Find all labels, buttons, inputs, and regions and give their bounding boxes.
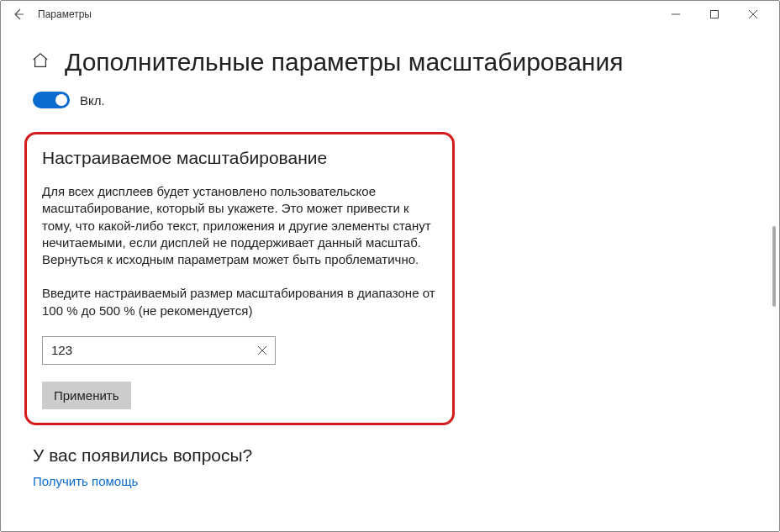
custom-scaling-section: Настраиваемое масштабирование Для всех д… (24, 132, 455, 425)
scrollbar-thumb[interactable] (772, 226, 776, 307)
content-area: Дополнительные параметры масштабирования… (1, 28, 779, 498)
toggle-knob (55, 94, 67, 106)
minimize-icon (671, 9, 681, 19)
back-button[interactable] (8, 3, 29, 25)
svg-rect-1 (711, 11, 719, 18)
get-help-link[interactable]: Получить помощь (33, 474, 749, 488)
scaling-input-row (42, 336, 437, 365)
scaling-input[interactable] (43, 337, 250, 364)
clear-x-icon (258, 346, 266, 355)
toggle-label: Вкл. (80, 93, 105, 108)
toggle-row: Вкл. (33, 92, 749, 108)
back-arrow-icon (12, 8, 25, 21)
custom-scaling-description: Для всех дисплеев будет установлено поль… (42, 183, 437, 268)
header-row: Дополнительные параметры масштабирования (31, 48, 749, 76)
custom-scaling-heading: Настраиваемое масштабирование (42, 148, 437, 168)
minimize-button[interactable] (656, 2, 695, 27)
maximize-button[interactable] (695, 2, 734, 27)
questions-heading: У вас появились вопросы? (33, 445, 749, 466)
close-button[interactable] (734, 2, 772, 27)
window-title: Параметры (38, 8, 92, 20)
scaling-toggle[interactable] (33, 92, 70, 108)
page-title: Дополнительные параметры масштабирования (65, 48, 623, 76)
apply-button[interactable]: Применить (42, 382, 131, 409)
maximize-icon (709, 9, 719, 19)
custom-scaling-prompt: Введите настраиваемый размер масштабиров… (42, 285, 437, 319)
close-icon (748, 9, 758, 19)
scaling-input-wrap (42, 336, 276, 365)
home-icon[interactable] (31, 51, 50, 73)
titlebar: Параметры (1, 1, 779, 28)
clear-input-button[interactable] (250, 337, 275, 364)
